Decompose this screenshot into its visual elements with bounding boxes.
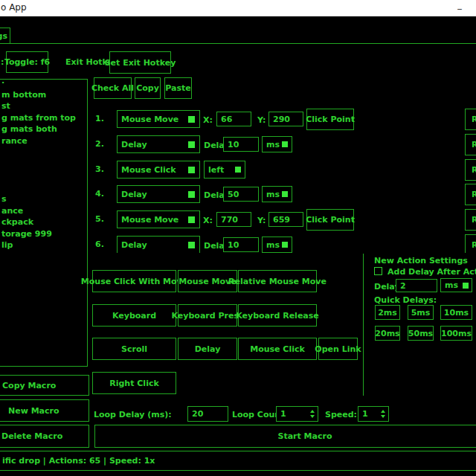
button-label: Delay (195, 344, 221, 354)
x-input[interactable] (216, 212, 251, 227)
click-point-button[interactable]: Click Point (306, 109, 354, 130)
macro-list-item[interactable] (1, 170, 87, 182)
macro-list-item[interactable]: ckpack (1, 216, 87, 228)
copy-actions-button[interactable]: Copy (135, 77, 161, 99)
quick-delay-100ms-button[interactable]: 100ms (440, 326, 472, 341)
quick-delay-2ms-button[interactable]: 2ms (375, 305, 400, 320)
x-label: X: (203, 216, 213, 226)
remove-button[interactable]: R (465, 109, 476, 130)
toggle-hotkey-button[interactable]: Toggle: f6 (6, 51, 48, 73)
unit-dropdown[interactable]: ms (262, 237, 292, 253)
macro-list-item[interactable]: rance (1, 135, 87, 147)
action-list: 1. Mouse Move X: Y: Click Point R 2. Del… (89, 104, 476, 253)
action-type-dropdown[interactable]: Mouse Move (117, 110, 200, 128)
nas-delay-input[interactable] (396, 279, 437, 292)
stepper-arrows-icon[interactable] (381, 410, 385, 418)
copy-macro-button[interactable]: Copy Macro (0, 375, 89, 396)
stepper-arrows-icon[interactable] (310, 410, 315, 418)
unit-dropdown[interactable]: ms (262, 186, 292, 202)
delay-input[interactable] (223, 187, 259, 202)
dropdown-indicator-icon (188, 167, 195, 173)
settings-menu-button[interactable]: gs (0, 28, 10, 44)
macro-list-item[interactable] (1, 158, 87, 170)
new-macro-button[interactable]: New Macro (0, 399, 89, 422)
delete-macro-button[interactable]: Delete Macro (0, 425, 89, 448)
add-keyboard-button[interactable]: Keyboard (92, 304, 176, 327)
quick-delay-5ms-button[interactable]: 5ms (408, 305, 434, 320)
new-action-settings-title: New Action Settings (374, 256, 468, 266)
remove-button[interactable]: R (465, 184, 476, 205)
action-type-value: Mouse Click (118, 165, 188, 175)
y-input[interactable] (268, 112, 303, 126)
delete-macro-label: Delete Macro (1, 431, 62, 441)
macro-list-item[interactable]: m bottom (1, 89, 87, 101)
action-type-dropdown[interactable]: Delay (117, 236, 200, 253)
unit-dropdown[interactable]: ms (262, 136, 292, 152)
add-keyboard-press-button[interactable]: Keyboard Press (178, 304, 237, 327)
delay-input[interactable] (223, 237, 259, 252)
macro-list-item[interactable] (1, 181, 87, 193)
speed-stepper[interactable]: 1 (358, 406, 389, 422)
macro-list-item[interactable]: g mats from top (1, 112, 87, 124)
add-delay-after-action-checkbox[interactable] (374, 267, 382, 275)
macro-list-item[interactable]: st (1, 100, 87, 112)
button-label: 5ms (411, 308, 431, 318)
add-delay-after-action-label: Add Delay After Action (387, 267, 476, 277)
action-type-dropdown[interactable]: Mouse Click (117, 161, 200, 178)
minimize-button[interactable]: – (446, 0, 473, 16)
action-type-dropdown[interactable]: Delay (117, 185, 200, 203)
status-bar: ific drop | Actions: 65 | Speed: 1x (0, 451, 476, 471)
add-keyboard-release-button[interactable]: Keyboard Release (238, 304, 317, 327)
macro-list-item[interactable]: torage 999 (1, 228, 87, 240)
toggle-hotkey-button-label: Toggle: f6 (4, 57, 50, 67)
add-open-link-button[interactable]: Open Link (318, 338, 358, 360)
dropdown-indicator-icon (282, 242, 288, 248)
action-type-dropdown[interactable]: Delay (117, 135, 200, 153)
button-label: Keyboard Press (172, 311, 244, 321)
remove-button[interactable]: R (465, 209, 476, 231)
action-type-value: Delay (118, 140, 188, 149)
macro-list-item[interactable] (1, 147, 87, 159)
add-scroll-button[interactable]: Scroll (92, 338, 176, 360)
check-all-label: Check All (91, 83, 134, 93)
remove-label: R (472, 115, 476, 124)
nas-unit-dropdown[interactable]: ms (440, 278, 472, 292)
click-point-label: Click Point (306, 215, 355, 225)
loop-count-stepper[interactable]: 1 (276, 406, 318, 422)
quick-delay-10ms-button[interactable]: 10ms (440, 305, 472, 320)
action-type-dropdown[interactable]: Mouse Move (117, 210, 200, 228)
quick-delay-20ms-button[interactable]: 20ms (375, 326, 400, 341)
macro-list-item[interactable]: ance (1, 205, 87, 217)
click-point-button[interactable]: Click Point (306, 209, 354, 231)
add-relative-mouse-move-button[interactable]: Relative Mouse Move (238, 270, 317, 292)
button-label: 10ms (444, 308, 469, 318)
add-right-click-button[interactable]: Right Click (92, 372, 176, 394)
delay-input[interactable] (223, 137, 259, 152)
macro-list-item[interactable]: s (1, 193, 87, 205)
start-macro-button[interactable]: Start Macro (94, 425, 476, 448)
mouse-button-dropdown[interactable]: left (204, 161, 245, 178)
check-all-button[interactable]: Check All (94, 77, 132, 99)
macro-list-item[interactable]: lip (1, 239, 87, 251)
add-mouse-click-with-move-button[interactable]: Mouse Click With Move (92, 270, 176, 292)
x-input[interactable] (216, 112, 251, 126)
action-row: 6. Delay Delay: ms R (89, 234, 476, 253)
add-mouse-click-button[interactable]: Mouse Click (238, 338, 317, 360)
nas-unit-value: ms (441, 280, 463, 290)
add-delay-button[interactable]: Delay (178, 338, 237, 360)
loop-delay-input[interactable] (187, 406, 228, 422)
copy-actions-label: Copy (136, 83, 159, 93)
remove-button[interactable]: R (465, 134, 476, 155)
y-input[interactable] (268, 212, 303, 227)
paste-actions-button[interactable]: Paste (164, 77, 192, 99)
quick-delay-50ms-button[interactable]: 50ms (408, 326, 434, 341)
remove-button[interactable]: R (465, 234, 476, 253)
action-number: 1. (95, 114, 104, 124)
button-label: 2ms (378, 308, 397, 318)
macro-list-item[interactable]: · (1, 79, 87, 89)
macro-list-item[interactable]: g mats both (1, 123, 87, 135)
button-label: Keyboard Release (236, 311, 319, 321)
remove-button[interactable]: R (465, 159, 476, 181)
set-exit-hotkey-button[interactable]: Set Exit Hotkey (109, 51, 171, 74)
action-row: 5. Mouse Move X: Y: Click Point R (89, 209, 476, 231)
